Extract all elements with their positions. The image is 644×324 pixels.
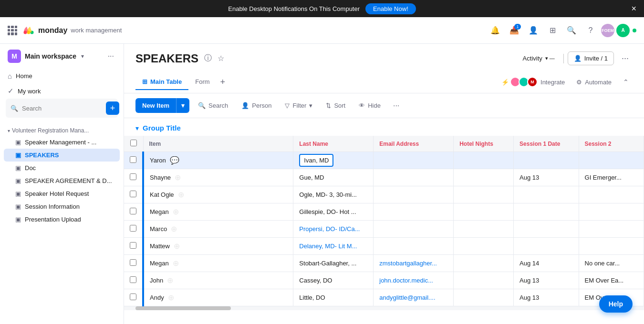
row-item-text: Yaron (150, 157, 166, 164)
row-comment-button[interactable]: ⊕ (173, 259, 179, 268)
main-layout: M Main workspace ▾ ··· ⌂ Home ✓ My work … (0, 44, 644, 324)
row-checkbox-cell (124, 152, 143, 169)
new-item-arrow-icon[interactable]: ▾ (176, 98, 189, 113)
row-checkbox-cell (124, 255, 143, 272)
app-grid-icon[interactable] (8, 26, 17, 35)
hide-button[interactable]: 👁 Hide (354, 99, 385, 112)
row-hotel-cell (454, 186, 514, 203)
row-comment-button[interactable]: ⊕ (171, 224, 177, 233)
bell-icon-button[interactable]: 🔔 (487, 22, 504, 39)
brand-monday: monday (38, 26, 67, 35)
sidebar-item-home[interactable]: ⌂ Home (4, 69, 120, 83)
horizontal-scrollbar[interactable] (124, 306, 644, 310)
sidebar-header: M Main workspace ▾ ··· (0, 44, 124, 69)
avatar-foem: FOEM (601, 24, 614, 37)
row-checkbox[interactable] (130, 191, 136, 197)
row-checkbox[interactable] (130, 259, 136, 266)
row-session1-cell: Aug 13 (514, 272, 579, 289)
row-lastname-cell: Ivan, MD (293, 152, 374, 169)
integrate-icon: ⚡ (501, 79, 509, 86)
automate-button[interactable]: ⚙ Automate (572, 77, 615, 88)
row-checkbox[interactable] (130, 208, 136, 214)
row-checkbox[interactable] (130, 156, 136, 163)
activity-button[interactable]: Activity ▾ — (518, 52, 560, 65)
new-item-button[interactable]: New Item ▾ (135, 98, 189, 113)
people-icon-button[interactable]: 👤 (525, 22, 542, 39)
row-session2-cell: No one car... (579, 255, 644, 272)
tab-form[interactable]: Form (188, 74, 216, 90)
row-comment-button[interactable]: ⊕ (168, 293, 174, 302)
row-item-cell: Shayne⊕ (143, 169, 293, 186)
help-icon-button[interactable]: ? (582, 22, 599, 39)
row-item-text: Kat Ogle (150, 191, 174, 198)
sidebar-board-session[interactable]: ▣ Session Information (4, 200, 120, 213)
sidebar-search-inner: 🔍 + (6, 99, 118, 118)
notif-close-button[interactable]: × (631, 4, 636, 13)
enable-now-button[interactable]: Enable Now! (365, 3, 416, 14)
row-checkbox[interactable] (130, 294, 136, 300)
table-row: Mattew⊕Delaney, MD- Lit M... (124, 238, 644, 255)
tab-add-button[interactable]: + (217, 75, 229, 89)
person-button[interactable]: 👤 Person (237, 99, 276, 112)
row-comment-button[interactable]: ⊕ (173, 207, 179, 216)
workspace-name: Main workspace (25, 52, 76, 60)
board-label-hotel: Speaker Hotel Request (25, 190, 89, 197)
sidebar-board-agreement[interactable]: ▣ SPEAKER AGREEMENT & D... (4, 174, 120, 187)
section-arrow-icon: ▾ (8, 128, 10, 133)
invite-button[interactable]: 👤 Invite / 1 (568, 51, 614, 65)
row-comment-button[interactable]: ⊕ (175, 173, 181, 182)
sidebar-board-presentation[interactable]: ▣ Presentation Upload (4, 213, 120, 226)
row-session1-cell: Aug 14 (514, 255, 579, 272)
group-chevron-icon[interactable]: ▾ (135, 124, 139, 132)
search-button[interactable]: 🔍 Search (193, 99, 233, 112)
sidebar-board-speakers[interactable]: ▣ SPEAKERS (4, 149, 120, 162)
search-icon: 🔍 (198, 102, 206, 109)
invite-person-icon: 👤 (574, 55, 582, 62)
search-icon-button[interactable]: 🔍 (563, 22, 580, 39)
row-item-cell: John⊕ (143, 272, 293, 289)
toolbar-more-button[interactable]: ··· (389, 99, 403, 113)
row-session2-cell (579, 238, 644, 255)
apps-icon-button[interactable]: ⊞ (544, 22, 561, 39)
sidebar-board-speaker-mgmt[interactable]: ▣ Speaker Management - ... (4, 136, 120, 149)
scrollbar-thumb[interactable] (135, 306, 231, 310)
row-comment-button[interactable]: ⊕ (167, 276, 173, 285)
home-icon: ⌂ (8, 72, 12, 80)
inbox-badge: 1 (514, 24, 521, 30)
sort-button[interactable]: ⇅ Sort (321, 99, 350, 112)
row-checkbox[interactable] (130, 242, 136, 249)
sidebar-board-hotel[interactable]: ▣ Speaker Hotel Request (4, 187, 120, 200)
board-more-button[interactable]: ··· (618, 51, 633, 65)
filter-button[interactable]: ▽ Filter ▾ (280, 99, 317, 112)
sidebar-search-input[interactable] (22, 105, 102, 112)
tab-main-table[interactable]: ⊞ Main Table (135, 74, 188, 90)
row-checkbox[interactable] (130, 225, 136, 232)
sidebar-add-button[interactable]: + (106, 101, 119, 115)
row-comment-button[interactable]: ⊕ (174, 242, 180, 251)
col-session2-header: Session 2 (579, 136, 644, 152)
row-checkbox[interactable] (130, 173, 136, 180)
collapse-button[interactable]: ⌃ (619, 76, 633, 88)
row-checkbox[interactable] (130, 276, 136, 283)
sort-label: Sort (334, 102, 345, 109)
board-info-icon[interactable]: ⓘ (204, 53, 212, 63)
sidebar-item-mywork[interactable]: ✓ My work (4, 83, 120, 99)
inbox-icon-button[interactable]: 📥1 (506, 22, 523, 39)
row-comment-button[interactable]: 💬 (170, 156, 179, 165)
help-button[interactable]: Help (599, 295, 633, 313)
sidebar-board-doc[interactable]: ▣ Doc (4, 162, 120, 174)
board-title: SPEAKERS (135, 52, 198, 65)
sidebar-more-button[interactable]: ··· (106, 50, 116, 62)
sidebar-section-collapse[interactable]: ▾ Volunteer Registration Mana... (4, 125, 120, 136)
integrate-button[interactable]: ⚡ M Integrate (498, 75, 569, 89)
workspace-selector[interactable]: M Main workspace ▾ (8, 50, 106, 63)
board-star-icon[interactable]: ☆ (218, 54, 224, 63)
row-item-text: Mattew (150, 243, 170, 250)
col-check-header (124, 136, 143, 152)
table-area[interactable]: ▾ Group Title Item Last Name Email Addre… (124, 118, 644, 324)
logo-area: monday work management (8, 23, 122, 38)
automate-label: Automate (585, 79, 612, 86)
select-all-checkbox[interactable] (130, 140, 137, 146)
row-comment-button[interactable]: ⊕ (178, 190, 184, 199)
filter-icon: ▽ (285, 102, 290, 109)
